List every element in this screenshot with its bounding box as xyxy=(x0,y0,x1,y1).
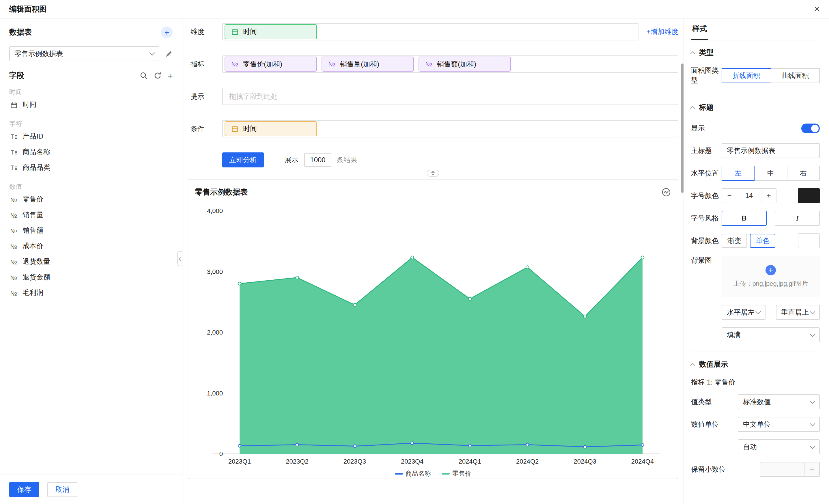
field-item-gross-profit[interactable]: № 毛利润 xyxy=(9,285,173,301)
metrics-dropzone[interactable]: № 零售价(加和) № 销售量(加和) № 销售额(加和) xyxy=(222,56,678,73)
chevron-down-icon xyxy=(810,420,816,426)
metric-heading: 指标 1: 零售价 xyxy=(691,377,820,387)
chip-label: 零售价(加和) xyxy=(243,59,282,69)
svg-text:2024Q2: 2024Q2 xyxy=(516,458,539,465)
tooltip-dropzone[interactable]: 拖拽字段到此处 xyxy=(222,88,678,105)
field-item-return-qty[interactable]: № 退货数量 xyxy=(9,254,173,269)
number-field-icon: № xyxy=(9,290,18,296)
svg-text:0: 0 xyxy=(219,450,223,458)
legend-item-product-name[interactable]: 商品名称 xyxy=(395,469,431,478)
add-dimension-link[interactable]: +增加维度 xyxy=(647,27,678,37)
calendar-icon xyxy=(230,125,239,132)
font-color-swatch[interactable] xyxy=(798,188,820,203)
section-value-display: 数值展示 指标 1: 零售价 值类型 标准数值 数值单位 中文单位 xyxy=(691,352,820,486)
condition-dropzone[interactable]: 时间 xyxy=(222,120,678,137)
bg-gradient-button[interactable]: 渐变 xyxy=(722,234,747,248)
plus-icon[interactable]: + xyxy=(761,189,776,203)
field-item-retail-price[interactable]: № 零售价 xyxy=(9,192,173,207)
field-item-cost-price[interactable]: № 成本价 xyxy=(9,239,173,254)
search-icon[interactable] xyxy=(140,72,148,80)
panel-collapse-handle[interactable] xyxy=(177,251,182,266)
table-select[interactable]: 零售示例数据表 xyxy=(9,46,159,61)
dialog-header: 编辑面积图 × xyxy=(0,0,829,19)
field-item-product-category[interactable]: 商品品类 xyxy=(9,160,173,176)
bold-button[interactable]: B xyxy=(722,211,767,226)
h-align-select[interactable]: 水平居左 xyxy=(722,305,765,320)
field-label: 销售额 xyxy=(23,226,43,236)
save-button[interactable]: 保存 xyxy=(9,482,39,497)
result-count-input[interactable] xyxy=(304,153,331,167)
collapse-icon[interactable] xyxy=(690,106,695,111)
chart-card: 零售示例数据表 01,0002,0003,0004,0002023Q12023Q… xyxy=(188,179,678,479)
value-type-select[interactable]: 标准数值 xyxy=(738,394,820,409)
field-item-return-amount[interactable]: № 退货金额 xyxy=(9,269,173,285)
bg-solid-button[interactable]: 单色 xyxy=(750,234,775,248)
area-type-curve-button[interactable]: 曲线面积 xyxy=(770,68,820,83)
main-title-label: 主标题 xyxy=(691,146,712,155)
field-item-time[interactable]: 时间 xyxy=(9,97,173,113)
number-field-icon: № xyxy=(9,258,18,265)
metric-chip-sales-amount[interactable]: № 销售额(加和) xyxy=(419,57,511,72)
close-icon[interactable]: × xyxy=(814,4,820,14)
datatable-label: 数据表 xyxy=(9,27,32,38)
vertical-scrollbar[interactable] xyxy=(681,64,684,193)
dropzone-placeholder: 拖拽字段到此处 xyxy=(224,92,278,101)
title-show-toggle[interactable] xyxy=(801,123,820,133)
v-align-select[interactable]: 垂直居上 xyxy=(776,305,820,320)
italic-button[interactable]: I xyxy=(775,211,820,226)
legend-line-icon xyxy=(441,472,449,474)
svg-text:2024Q4: 2024Q4 xyxy=(631,458,654,465)
field-label: 销售量 xyxy=(23,210,43,220)
minus-icon[interactable]: − xyxy=(760,462,775,476)
refresh-icon[interactable] xyxy=(153,72,161,80)
format-value: 自动 xyxy=(743,442,757,452)
dimension-dropzone[interactable]: 时间 xyxy=(222,23,639,40)
dimension-chip-time[interactable]: 时间 xyxy=(224,24,317,39)
metric-chip-retail-price[interactable]: № 零售价(加和) xyxy=(224,57,317,72)
field-label: 退货金额 xyxy=(23,273,50,282)
add-field-button[interactable]: + xyxy=(168,71,173,80)
bg-image-upload[interactable]: + 上传：png,jpeg,jpg,gif图片 xyxy=(722,256,820,297)
field-label: 零售价 xyxy=(23,194,43,204)
minus-icon[interactable]: − xyxy=(722,189,736,203)
svg-text:3,000: 3,000 xyxy=(207,268,223,275)
format-select[interactable]: 自动 xyxy=(738,439,820,454)
legend-item-retail-price[interactable]: 零售价 xyxy=(441,469,471,478)
bg-color-swatch[interactable] xyxy=(798,233,820,248)
unit-select[interactable]: 中文单位 xyxy=(738,417,820,432)
collapse-icon[interactable] xyxy=(690,51,695,56)
legend-label: 商品名称 xyxy=(405,469,431,478)
tab-style[interactable]: 样式 xyxy=(691,24,708,40)
chip-label: 销售额(加和) xyxy=(437,59,476,69)
condition-chip-time[interactable]: 时间 xyxy=(224,121,317,136)
chevron-left-icon xyxy=(178,257,182,261)
upload-plus-icon: + xyxy=(765,265,776,275)
field-item-product-id[interactable]: 产品ID xyxy=(9,129,173,144)
plus-icon: + xyxy=(165,28,169,37)
field-item-sales-volume[interactable]: № 销售量 xyxy=(9,207,173,223)
chip-label: 时间 xyxy=(243,27,257,37)
analyze-button[interactable]: 立即分析 xyxy=(222,152,264,168)
collapse-icon[interactable] xyxy=(690,363,695,368)
config-and-chart-area: 维度 时间 +增加维度 指标 xyxy=(182,19,684,504)
chevron-down-icon xyxy=(810,443,816,448)
style-panel: 样式 类型 面积图类型 折线面积 曲线面积 标题 xyxy=(684,19,829,504)
cancel-button[interactable]: 取消 xyxy=(47,482,77,497)
align-center-button[interactable]: 中 xyxy=(754,166,787,181)
field-item-sales-amount[interactable]: № 销售额 xyxy=(9,223,173,239)
main-title-input[interactable] xyxy=(722,143,820,158)
upload-hint: 上传：png,jpeg,jpg,gif图片 xyxy=(733,280,808,288)
condition-label: 条件 xyxy=(190,124,222,134)
field-item-product-name[interactable]: 商品名称 xyxy=(9,144,173,160)
splitter-resize-handle[interactable] xyxy=(427,170,439,177)
add-table-button[interactable]: + xyxy=(161,27,173,38)
area-type-line-button[interactable]: 折线面积 xyxy=(722,68,771,83)
edit-icon[interactable] xyxy=(165,50,173,58)
font-size-stepper: − 14 + xyxy=(722,188,777,203)
align-left-button[interactable]: 左 xyxy=(722,166,755,181)
trend-icon[interactable] xyxy=(661,188,671,197)
align-right-button[interactable]: 右 xyxy=(787,166,820,181)
metric-chip-sales-volume[interactable]: № 销售量(加和) xyxy=(322,57,414,72)
plus-icon[interactable]: + xyxy=(805,462,819,476)
fill-mode-select[interactable]: 填满 xyxy=(722,327,820,343)
